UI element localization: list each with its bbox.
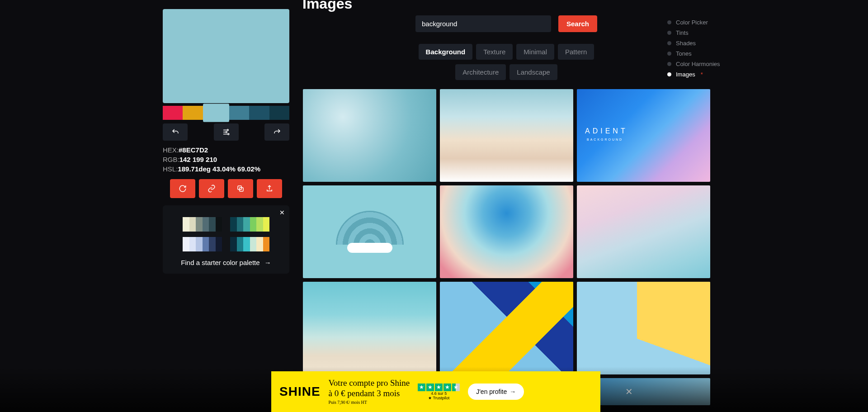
nav-item[interactable]: Tints — [667, 29, 740, 36]
hex-info: HEX:#8EC7D2 — [163, 146, 289, 154]
undo-button[interactable] — [163, 123, 188, 141]
refresh-button[interactable] — [170, 179, 195, 198]
image-thumb[interactable] — [303, 89, 436, 182]
starter-palette-box: ✕ Find a starter color palette → — [163, 205, 289, 274]
image-grid: ADIENT BACKGROUND — [303, 89, 710, 405]
palette-swatch[interactable] — [163, 106, 183, 120]
image-thumb[interactable] — [577, 282, 710, 374]
nav-item[interactable]: Color Picker — [667, 19, 740, 26]
palette-swatch[interactable] — [203, 104, 229, 122]
image-thumb[interactable]: ADIENT BACKGROUND — [577, 89, 710, 182]
link-button[interactable] — [199, 179, 224, 198]
nav-label: Tones — [676, 50, 692, 57]
search-input[interactable] — [415, 15, 551, 32]
palette-swatch[interactable] — [183, 106, 203, 120]
close-icon[interactable]: ✕ — [279, 209, 285, 216]
filter-tag[interactable]: Texture — [476, 44, 513, 60]
nav-label: Color Harmonies — [676, 61, 720, 67]
ad-trustpilot: ★★★★★ 4.6 sur 5 ★ Trustpilot — [418, 384, 460, 400]
svg-point-1 — [226, 132, 227, 133]
starter-palette-link[interactable]: Find a starter color palette → — [172, 259, 280, 266]
tag-row: ArchitectureLandscape — [303, 64, 710, 80]
filter-tag[interactable]: Landscape — [509, 64, 557, 80]
nav-label: Images — [676, 71, 695, 78]
filter-tag[interactable]: Pattern — [558, 44, 594, 60]
image-thumb[interactable] — [440, 89, 573, 182]
image-thumb[interactable] — [577, 185, 710, 278]
redo-button[interactable] — [264, 123, 289, 141]
arrow-right-icon: → — [264, 259, 271, 266]
nav-dot-icon — [667, 62, 671, 66]
section-nav: Color PickerTintsShadesTonesColor Harmon… — [667, 19, 740, 81]
ad-cta-button[interactable]: J'en profite→ — [468, 384, 524, 400]
filter-tag[interactable]: Architecture — [455, 64, 506, 80]
search-button[interactable]: Search — [558, 15, 597, 32]
starter-palette[interactable] — [183, 217, 222, 232]
color-swatch-large — [163, 9, 289, 103]
nav-dot-icon — [667, 20, 671, 24]
nav-item[interactable]: Images* — [667, 71, 740, 78]
starter-palette[interactable] — [230, 217, 269, 232]
thumb-label: ADIENT — [585, 127, 628, 135]
nav-item[interactable]: Shades — [667, 40, 740, 47]
nav-dot-icon — [667, 72, 671, 76]
ad-banner[interactable]: SHINE Votre compte pro Shine à 0 € penda… — [271, 371, 600, 412]
nav-dot-icon — [667, 41, 671, 45]
ad-text: Votre compte pro Shine à 0 € pendant 3 m… — [329, 378, 410, 406]
share-button[interactable] — [257, 179, 282, 198]
copy-button[interactable] — [228, 179, 253, 198]
starter-palette[interactable] — [183, 237, 222, 251]
palette-row — [163, 106, 289, 120]
svg-point-2 — [228, 133, 229, 135]
svg-point-0 — [227, 129, 228, 131]
starter-text-label: Find a starter color palette — [181, 259, 259, 266]
action-row — [163, 179, 289, 198]
filter-tag[interactable]: Background — [419, 44, 473, 60]
image-thumb[interactable] — [303, 185, 436, 278]
ad-logo: SHINE — [279, 384, 321, 399]
image-thumb[interactable] — [440, 185, 573, 278]
nav-item[interactable]: Color Harmonies — [667, 61, 740, 67]
nav-label: Color Picker — [676, 19, 708, 26]
palette-swatch[interactable] — [229, 106, 249, 120]
tag-row: BackgroundTextureMinimalPattern — [303, 44, 710, 60]
palette-swatch[interactable] — [249, 106, 269, 120]
nav-label: Tints — [676, 29, 689, 36]
adjust-button[interactable] — [214, 123, 239, 141]
thumb-sub: BACKGROUND — [587, 138, 623, 141]
images-panel: Search BackgroundTextureMinimalPattern A… — [303, 15, 710, 405]
filter-tag[interactable]: Minimal — [516, 44, 554, 60]
control-row — [163, 123, 289, 141]
palette-swatch[interactable] — [269, 106, 289, 120]
rgb-info: RGB:142 199 210 — [163, 156, 289, 163]
arrow-right-icon: → — [509, 388, 516, 395]
page-title: Images — [302, 0, 352, 12]
image-thumb[interactable] — [440, 282, 573, 374]
nav-dot-icon — [667, 52, 671, 56]
search-row: Search — [303, 15, 710, 32]
image-thumb[interactable] — [303, 282, 436, 374]
nav-item[interactable]: Tones — [667, 50, 740, 57]
nav-dot-icon — [667, 31, 671, 35]
starter-palette[interactable] — [230, 237, 269, 251]
star-icon: * — [701, 71, 703, 78]
hsl-info: HSL:189.71deg 43.04% 69.02% — [163, 165, 289, 173]
color-panel: HEX:#8EC7D2 RGB:142 199 210 HSL:189.71de… — [163, 9, 289, 274]
nav-label: Shades — [676, 40, 696, 47]
ad-close-button[interactable]: ✕ — [621, 384, 637, 399]
